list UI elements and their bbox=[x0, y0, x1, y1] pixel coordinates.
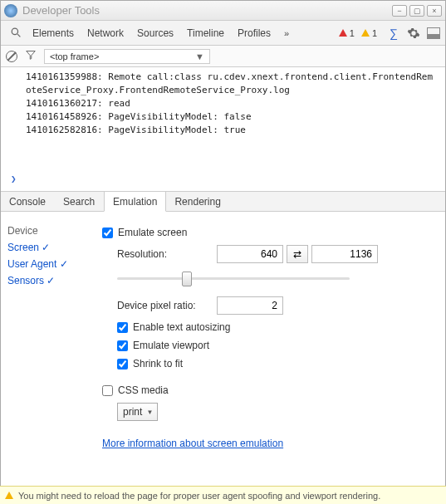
tab-sources[interactable]: Sources bbox=[130, 21, 180, 45]
resolution-slider[interactable] bbox=[117, 273, 350, 283]
css-media-label: CSS media bbox=[118, 384, 169, 396]
pixel-ratio-label: Device pixel ratio: bbox=[117, 300, 217, 311]
status-text: You might need to reload the page for pr… bbox=[18, 491, 380, 501]
warning-triangle-icon bbox=[5, 492, 13, 499]
console-filter-bar: <top frame> ▼ bbox=[1, 46, 445, 67]
svg-line-1 bbox=[17, 34, 20, 37]
sidebar-item-user-agent[interactable]: User Agent ✓ bbox=[7, 258, 86, 270]
shrink-to-fit-label: Shrink to fit bbox=[133, 358, 183, 369]
console-line: 1410161360217: read bbox=[26, 97, 437, 110]
search-icon[interactable] bbox=[7, 25, 24, 42]
drawer-toggle-icon[interactable]: ∑ bbox=[385, 25, 402, 42]
frame-selector[interactable]: <top frame> ▼ bbox=[44, 49, 210, 64]
sidebar-item-screen[interactable]: Screen ✓ bbox=[7, 242, 86, 253]
minimize-button[interactable]: − bbox=[392, 5, 407, 17]
tab-network[interactable]: Network bbox=[81, 21, 130, 45]
css-media-select[interactable]: print bbox=[117, 403, 158, 421]
console-prompt-icon: ❯ bbox=[11, 173, 17, 186]
sidebar-item-sensors[interactable]: Sensors ✓ bbox=[7, 275, 86, 286]
emulate-viewport-checkbox[interactable] bbox=[117, 340, 128, 351]
css-media-checkbox[interactable] bbox=[102, 385, 113, 396]
window-titlebar: Developer Tools − ▢ × bbox=[1, 1, 445, 21]
error-icon bbox=[339, 29, 347, 37]
console-line: 1410161359988: Remote call:class ru.cdev… bbox=[26, 71, 437, 97]
settings-gear-icon[interactable] bbox=[405, 25, 422, 42]
console-line: 1410162582816: PageVisibilityModel: true bbox=[26, 124, 437, 137]
sidebar-item-device[interactable]: Device bbox=[7, 225, 86, 237]
more-info-link[interactable]: More information about screen emulation bbox=[102, 438, 283, 449]
warning-icon bbox=[361, 29, 370, 37]
chevron-down-icon: ▼ bbox=[195, 51, 204, 61]
text-autosizing-checkbox[interactable] bbox=[117, 322, 128, 333]
resolution-height-input[interactable] bbox=[311, 245, 378, 263]
clear-console-icon[interactable] bbox=[6, 51, 17, 62]
tab-elements[interactable]: Elements bbox=[26, 21, 81, 45]
main-toolbar: Elements Network Sources Timeline Profil… bbox=[1, 21, 445, 46]
error-badge[interactable]: 1 bbox=[339, 28, 355, 38]
emulation-sidebar: Device Screen ✓ User Agent ✓ Sensors ✓ bbox=[1, 212, 92, 487]
tab-timeline[interactable]: Timeline bbox=[180, 21, 231, 45]
drawer-tabs: Console Search Emulation Rendering bbox=[1, 192, 445, 212]
tab-profiles[interactable]: Profiles bbox=[231, 21, 277, 45]
status-bar: You might need to reload the page for pr… bbox=[0, 486, 446, 504]
app-logo-icon bbox=[4, 4, 17, 17]
console-output[interactable]: 1410161359988: Remote call:class ru.cdev… bbox=[1, 67, 445, 192]
close-button[interactable]: × bbox=[427, 5, 442, 17]
filter-funnel-icon[interactable] bbox=[26, 50, 36, 62]
emulation-main: Emulate screen Resolution: ⇄ Device pixe… bbox=[92, 212, 445, 487]
resolution-width-input[interactable] bbox=[217, 245, 283, 263]
tabs-overflow[interactable]: » bbox=[277, 21, 296, 45]
emulate-screen-checkbox[interactable] bbox=[102, 228, 113, 238]
emulate-screen-label: Emulate screen bbox=[118, 227, 187, 238]
slider-thumb[interactable] bbox=[182, 272, 192, 286]
slider-track bbox=[117, 277, 350, 280]
warning-badge[interactable]: 1 bbox=[361, 28, 377, 38]
console-line: 1410161458926: PageVisibilityModel: fals… bbox=[26, 110, 437, 124]
drawer-tab-rendering[interactable]: Rendering bbox=[166, 192, 229, 211]
shrink-to-fit-checkbox[interactable] bbox=[117, 359, 128, 369]
drawer-tab-emulation[interactable]: Emulation bbox=[104, 192, 166, 212]
text-autosizing-label: Enable text autosizing bbox=[133, 321, 230, 333]
maximize-button[interactable]: ▢ bbox=[409, 5, 424, 17]
console-input[interactable] bbox=[22, 174, 421, 188]
emulation-panel: Device Screen ✓ User Agent ✓ Sensors ✓ E… bbox=[1, 212, 445, 487]
dock-side-icon[interactable] bbox=[427, 27, 440, 39]
swap-dimensions-button[interactable]: ⇄ bbox=[287, 245, 308, 263]
resolution-label: Resolution: bbox=[117, 248, 217, 260]
drawer-tab-search[interactable]: Search bbox=[55, 192, 104, 211]
pixel-ratio-input[interactable] bbox=[217, 296, 283, 315]
svg-point-0 bbox=[12, 28, 17, 34]
drawer-tab-console[interactable]: Console bbox=[1, 192, 55, 211]
window-title: Developer Tools bbox=[22, 4, 390, 17]
emulate-viewport-label: Emulate viewport bbox=[133, 340, 209, 351]
